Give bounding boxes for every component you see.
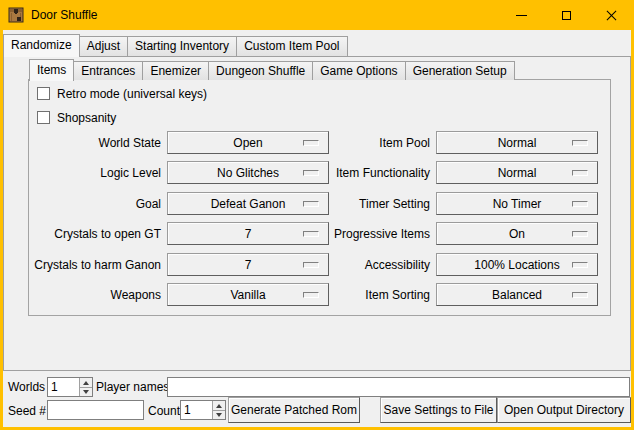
logic-level-dropdown[interactable]: No Glitches	[167, 161, 329, 184]
timer-setting-dropdown[interactable]: No Timer	[436, 192, 598, 215]
app-window: Door Shuffle Randomize Adjust Starting I…	[0, 0, 634, 430]
retro-mode-row: Retro mode (universal keys)	[37, 86, 207, 101]
crystals-open-gt-dropdown[interactable]: 7	[167, 222, 329, 245]
dropdown-indicator-icon	[303, 292, 319, 298]
dropdown-indicator-icon	[303, 262, 319, 268]
crystals-open-gt-value: 7	[245, 227, 252, 241]
logic-level-value: No Glitches	[217, 166, 279, 180]
sub-tab-bar: Items Entrances Enemizer Dungeon Shuffle…	[29, 58, 514, 80]
tab-randomize[interactable]: Randomize	[3, 34, 80, 57]
shopsanity-row: Shopsanity	[37, 110, 116, 125]
window-body: Randomize Adjust Starting Inventory Cust…	[3, 30, 631, 427]
count-up-button[interactable]	[213, 401, 225, 410]
seed-label: Seed #	[8, 401, 46, 421]
minimize-button[interactable]	[499, 0, 544, 30]
timer-setting-label: Timer Setting	[329, 192, 436, 215]
crystals-harm-ganon-dropdown[interactable]: 7	[167, 253, 329, 276]
world-state-label: World State	[29, 131, 167, 154]
close-button[interactable]	[589, 0, 634, 30]
tab-items[interactable]: Items	[29, 59, 74, 81]
retro-mode-checkbox[interactable]	[37, 87, 50, 100]
crystals-harm-ganon-value: 7	[245, 258, 252, 272]
up-arrow-icon	[83, 381, 89, 385]
item-pool-label: Item Pool	[329, 131, 436, 154]
item-pool-dropdown[interactable]: Normal	[436, 131, 598, 154]
item-functionality-value: Normal	[498, 166, 537, 180]
goal-dropdown[interactable]: Defeat Ganon	[167, 192, 329, 215]
window-controls	[499, 0, 634, 30]
count-label: Count	[148, 401, 180, 421]
player-names-input[interactable]	[167, 377, 630, 397]
tab-entrances[interactable]: Entrances	[73, 61, 143, 80]
world-state-dropdown[interactable]: Open	[167, 131, 329, 154]
crystals-harm-ganon-label: Crystals to harm Ganon	[29, 253, 167, 276]
worlds-up-button[interactable]	[80, 378, 92, 387]
tab-adjust[interactable]: Adjust	[79, 36, 128, 56]
accessibility-label: Accessibility	[329, 253, 436, 276]
progressive-items-label: Progressive Items	[329, 222, 436, 245]
weapons-dropdown[interactable]: Vanilla	[167, 283, 329, 306]
count-input[interactable]	[181, 401, 212, 419]
tab-custom-item-pool[interactable]: Custom Item Pool	[236, 36, 347, 56]
setting-row: Crystals to open GT 7 Progressive Items …	[29, 222, 610, 245]
progressive-items-dropdown[interactable]: On	[436, 222, 598, 245]
up-arrow-icon	[216, 404, 222, 408]
maximize-icon	[562, 11, 571, 20]
goal-label: Goal	[29, 192, 167, 215]
logic-level-label: Logic Level	[29, 161, 167, 184]
app-icon	[8, 7, 24, 23]
weapons-value: Vanilla	[230, 288, 265, 302]
item-functionality-dropdown[interactable]: Normal	[436, 161, 598, 184]
seed-input[interactable]	[47, 400, 144, 420]
player-names-label: Player names	[96, 377, 169, 397]
shopsanity-label: Shopsanity	[57, 111, 116, 125]
weapons-label: Weapons	[29, 283, 167, 306]
tab-enemizer[interactable]: Enemizer	[142, 61, 209, 80]
crystals-open-gt-label: Crystals to open GT	[29, 222, 167, 245]
worlds-down-button[interactable]	[80, 387, 92, 396]
tab-game-options[interactable]: Game Options	[312, 61, 405, 80]
setting-row: Logic Level No Glitches Item Functionali…	[29, 161, 610, 184]
accessibility-dropdown[interactable]: 100% Locations	[436, 253, 598, 276]
dropdown-indicator-icon	[572, 140, 588, 146]
shopsanity-checkbox[interactable]	[37, 111, 50, 124]
worlds-spinner	[47, 377, 93, 397]
generate-patched-rom-button[interactable]: Generate Patched Rom	[228, 397, 360, 423]
item-functionality-label: Item Functionality	[329, 161, 436, 184]
setting-row: World State Open Item Pool Normal	[29, 131, 610, 154]
items-pane: Retro mode (universal keys) Shopsanity W…	[28, 79, 611, 316]
retro-mode-label: Retro mode (universal keys)	[57, 87, 207, 101]
item-sorting-dropdown[interactable]: Balanced	[436, 283, 598, 306]
main-tab-bar: Randomize Adjust Starting Inventory Cust…	[3, 33, 347, 56]
maximize-button[interactable]	[544, 0, 589, 30]
minimize-icon	[516, 15, 527, 16]
tab-generation-setup[interactable]: Generation Setup	[405, 61, 515, 80]
worlds-input[interactable]	[48, 378, 79, 396]
down-arrow-icon	[216, 413, 222, 417]
setting-row: Weapons Vanilla Item Sorting Balanced	[29, 283, 610, 306]
setting-row: Goal Defeat Ganon Timer Setting No Timer	[29, 192, 610, 215]
progressive-items-value: On	[509, 227, 525, 241]
window-title: Door Shuffle	[31, 8, 98, 22]
item-sorting-label: Item Sorting	[329, 283, 436, 306]
save-settings-button[interactable]: Save Settings to File	[380, 397, 497, 423]
worlds-spin-buttons	[79, 378, 92, 396]
dropdown-indicator-icon	[303, 201, 319, 207]
down-arrow-icon	[83, 390, 89, 394]
timer-setting-value: No Timer	[493, 197, 542, 211]
worlds-label: Worlds	[8, 377, 45, 397]
accessibility-value: 100% Locations	[474, 258, 559, 272]
dropdown-indicator-icon	[572, 231, 588, 237]
open-output-directory-button[interactable]: Open Output Directory	[497, 397, 631, 423]
setting-row: Crystals to harm Ganon 7 Accessibility 1…	[29, 253, 610, 276]
dropdown-indicator-icon	[572, 201, 588, 207]
close-icon	[606, 10, 617, 21]
randomize-pane: Items Entrances Enemizer Dungeon Shuffle…	[3, 56, 631, 371]
tab-starting-inventory[interactable]: Starting Inventory	[127, 36, 237, 56]
dropdown-indicator-icon	[572, 292, 588, 298]
titlebar: Door Shuffle	[0, 0, 634, 30]
tab-dungeon-shuffle[interactable]: Dungeon Shuffle	[208, 61, 313, 80]
dropdown-indicator-icon	[303, 231, 319, 237]
count-down-button[interactable]	[213, 410, 225, 419]
dropdown-indicator-icon	[572, 262, 588, 268]
